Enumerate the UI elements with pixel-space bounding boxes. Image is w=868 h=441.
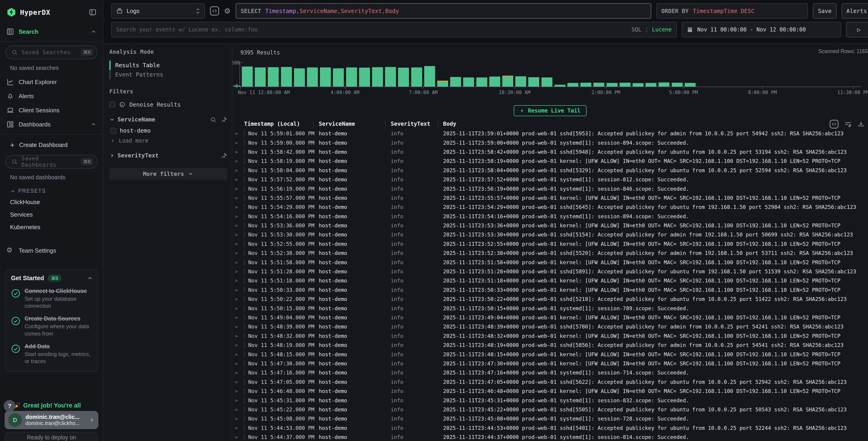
histogram-bar[interactable] (320, 67, 331, 87)
table-row[interactable]: >Nov 11 5:45:22.000 PMhost-demoinfo2025-… (232, 405, 868, 414)
row-expand-chevron-icon[interactable]: > (235, 214, 244, 219)
date-range-picker[interactable]: Nov 11 00:00:00 - Nov 12 00:00:00 (682, 22, 841, 37)
saved-searches-input[interactable]: Saved Searches ⌘K (5, 46, 97, 59)
sidebar-item-team-settings[interactable]: ⚙ Team Settings (0, 243, 103, 258)
table-row[interactable]: >Nov 11 5:47:16.000 PMhost-demoinfo2025-… (232, 368, 868, 377)
row-expand-chevron-icon[interactable]: > (235, 278, 244, 283)
row-expand-chevron-icon[interactable]: > (235, 361, 244, 366)
row-expand-chevron-icon[interactable]: > (235, 425, 244, 431)
histogram-bar[interactable] (554, 85, 565, 87)
row-expand-chevron-icon[interactable]: > (235, 398, 244, 403)
alerts-button[interactable]: Alerts (842, 3, 868, 19)
histogram-bar[interactable] (385, 67, 396, 87)
table-row[interactable]: >Nov 11 5:59:01.000 PMhost-demoinfo2025-… (232, 129, 868, 138)
table-row[interactable]: >Nov 11 5:48:19.000 PMhost-demoinfo2025-… (232, 341, 868, 350)
row-expand-chevron-icon[interactable]: > (235, 315, 244, 320)
table-row[interactable]: >Nov 11 5:54:16.000 PMhost-demoinfo2025-… (232, 212, 868, 221)
host-demo-checkbox[interactable] (110, 128, 116, 134)
saved-dashboards-input[interactable]: Saved Dashboards ⌘K (5, 155, 97, 169)
row-expand-chevron-icon[interactable]: > (235, 296, 244, 302)
table-row[interactable]: >Nov 11 5:55:57.000 PMhost-demoinfo2025-… (232, 194, 868, 203)
collapse-sidebar-icon[interactable] (89, 8, 97, 16)
mode-event-patterns[interactable]: Event Patterns (109, 70, 227, 79)
row-expand-chevron-icon[interactable]: > (235, 379, 244, 385)
row-expand-chevron-icon[interactable]: > (235, 370, 244, 375)
lucene-toggle[interactable]: Lucene (652, 26, 672, 33)
histogram-bar[interactable] (398, 68, 409, 87)
row-expand-chevron-icon[interactable]: > (235, 241, 244, 247)
histogram-bar[interactable] (632, 83, 644, 87)
row-expand-chevron-icon[interactable]: > (235, 131, 244, 136)
row-expand-chevron-icon[interactable]: > (235, 168, 244, 173)
histogram-bar[interactable] (294, 68, 305, 87)
help-button[interactable]: ? (4, 400, 16, 412)
histogram-bar[interactable] (489, 77, 500, 87)
table-row[interactable]: >Nov 11 5:46:48.000 PMhost-demoinfo2025-… (232, 387, 868, 396)
histogram-bar[interactable] (233, 86, 241, 87)
table-row[interactable]: >Nov 11 5:58:19.000 PMhost-demoinfo2025-… (232, 156, 868, 166)
row-expand-chevron-icon[interactable]: > (235, 158, 244, 164)
chevron-up-icon[interactable] (87, 275, 93, 281)
row-expand-chevron-icon[interactable]: > (235, 306, 244, 311)
table-row[interactable]: >Nov 11 5:50:22.000 PMhost-demoinfo2025-… (232, 295, 868, 304)
row-expand-chevron-icon[interactable]: > (235, 149, 244, 155)
table-row[interactable]: >Nov 11 5:51:58.000 PMhost-demoinfo2025-… (232, 258, 868, 267)
row-expand-chevron-icon[interactable]: > (235, 287, 244, 293)
preset-clickhouse[interactable]: ClickHouse (0, 196, 103, 208)
select-columns-input[interactable]: SELECT Timestamp,ServiceName,SeverityTex… (236, 3, 651, 19)
table-row[interactable]: >Nov 11 5:52:55.000 PMhost-demoinfo2025-… (232, 239, 868, 248)
row-expand-chevron-icon[interactable]: > (235, 195, 244, 201)
histogram-bar[interactable] (541, 78, 552, 87)
download-button[interactable] (858, 121, 864, 127)
row-expand-chevron-icon[interactable]: > (235, 342, 244, 348)
presets-toggle[interactable]: PRESETS (0, 184, 103, 196)
sidebar-item-dashboards[interactable]: Dashboards (0, 117, 103, 131)
histogram-bar[interactable] (281, 67, 292, 87)
histogram-bar[interactable] (607, 83, 618, 87)
search-input[interactable] (116, 26, 627, 33)
row-expand-chevron-icon[interactable]: > (235, 333, 244, 339)
get-started-step[interactable]: Add Data Start sending logs, metrics, or… (11, 343, 93, 365)
view-source-button[interactable] (830, 120, 838, 128)
preset-services[interactable]: Services (0, 208, 103, 221)
load-more[interactable]: Load more (110, 138, 227, 144)
table-row[interactable]: >Nov 11 5:49:04.000 PMhost-demoinfo2025-… (232, 313, 868, 322)
table-row[interactable]: >Nov 11 5:53:36.000 PMhost-demoinfo2025-… (232, 221, 868, 230)
histogram-bar[interactable] (620, 83, 630, 87)
table-row[interactable]: >Nov 11 5:51:28.000 PMhost-demoinfo2025-… (232, 267, 868, 276)
histogram-bar[interactable] (646, 83, 656, 87)
table-row[interactable]: >Nov 11 5:50:33.000 PMhost-demoinfo2025-… (232, 286, 868, 295)
col-servicename[interactable]: ServiceName (319, 121, 391, 127)
user-menu[interactable]: D dominic.tran@clic... dominic.tran@clic… (5, 411, 98, 429)
row-expand-chevron-icon[interactable]: > (235, 251, 244, 256)
histogram-bar[interactable] (255, 67, 266, 87)
filter-group-severitytext[interactable]: SeverityText (109, 152, 227, 159)
row-expand-chevron-icon[interactable]: > (235, 269, 244, 274)
table-row[interactable]: >Nov 11 5:56:19.000 PMhost-demoinfo2025-… (232, 184, 868, 193)
histogram-bar[interactable] (515, 76, 526, 87)
row-expand-chevron-icon[interactable]: > (235, 434, 244, 440)
histogram-bar[interactable] (593, 83, 604, 87)
row-expand-chevron-icon[interactable]: > (235, 177, 244, 182)
preset-kubernetes[interactable]: Kubernetes (0, 221, 103, 234)
histogram-bar[interactable] (437, 81, 448, 87)
col-severitytext[interactable]: SeverityText (391, 121, 443, 127)
table-row[interactable]: >Nov 11 5:58:42.000 PMhost-demoinfo2025-… (232, 147, 868, 156)
col-body[interactable]: Body (443, 121, 868, 127)
histogram-bar[interactable] (346, 67, 357, 87)
table-row[interactable]: >Nov 11 5:57:52.000 PMhost-demoinfo2025-… (232, 175, 868, 184)
row-expand-chevron-icon[interactable]: > (235, 416, 244, 421)
sidebar-item-chart-explorer[interactable]: Chart Explorer (0, 75, 103, 89)
sql-toggle[interactable]: SQL (631, 26, 641, 33)
row-expand-chevron-icon[interactable]: > (235, 204, 244, 210)
denoise-checkbox[interactable] (109, 101, 115, 108)
histogram-bar[interactable] (658, 83, 670, 87)
filter-group-servicename[interactable]: ServiceName (109, 116, 227, 123)
table-row[interactable]: >Nov 11 5:50:15.000 PMhost-demoinfo2025-… (232, 304, 868, 313)
table-row[interactable]: >Nov 11 5:48:15.000 PMhost-demoinfo2025-… (232, 350, 868, 359)
save-button[interactable]: Save (813, 3, 837, 19)
source-select[interactable]: Logs (111, 3, 205, 19)
order-by-input[interactable]: ORDER BY TimestampTime DESC (656, 3, 808, 19)
table-row[interactable]: >Nov 11 5:47:30.000 PMhost-demoinfo2025-… (232, 359, 868, 368)
row-expand-chevron-icon[interactable]: > (235, 186, 244, 192)
